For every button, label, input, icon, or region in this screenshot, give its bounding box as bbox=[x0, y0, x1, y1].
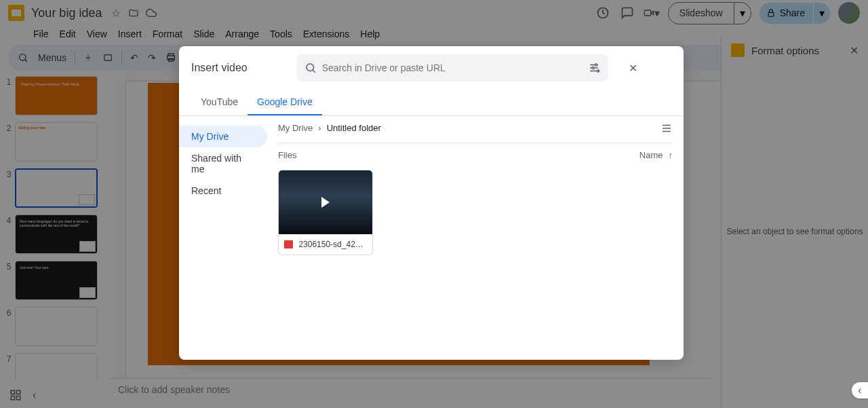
breadcrumb-root[interactable]: My Drive bbox=[278, 123, 313, 133]
search-icon bbox=[304, 62, 317, 74]
file-name: 2306150-sd_426_24... bbox=[298, 240, 367, 249]
svg-point-20 bbox=[592, 67, 594, 69]
sort-label: Name bbox=[639, 150, 663, 160]
list-view-icon[interactable] bbox=[660, 122, 673, 134]
modal-content: My Drive › Untitled folder Files Name ↑ … bbox=[267, 116, 684, 360]
file-thumbnail bbox=[279, 170, 372, 234]
file-grid: 2306150-sd_426_24... bbox=[278, 167, 673, 255]
modal-close-icon[interactable]: ✕ bbox=[625, 58, 642, 79]
chevron-right-icon: › bbox=[318, 123, 321, 133]
play-icon bbox=[321, 197, 330, 208]
sidebar-item-my-drive[interactable]: My Drive bbox=[179, 126, 267, 147]
breadcrumb: My Drive › Untitled folder bbox=[278, 116, 381, 140]
sidebar-item-recent[interactable]: Recent bbox=[179, 180, 267, 202]
svg-point-18 bbox=[307, 64, 314, 71]
svg-point-19 bbox=[595, 64, 597, 66]
sidebar-item-shared-with-me[interactable]: Shared with me bbox=[179, 147, 267, 180]
files-label: Files bbox=[278, 150, 296, 160]
search-options-icon[interactable] bbox=[588, 62, 600, 74]
search-input[interactable] bbox=[317, 57, 588, 79]
modal-sidebar: My DriveShared with meRecent bbox=[179, 116, 267, 360]
breadcrumb-current[interactable]: Untitled folder bbox=[327, 123, 381, 133]
file-card[interactable]: 2306150-sd_426_24... bbox=[278, 170, 373, 255]
tab-google-drive[interactable]: Google Drive bbox=[248, 90, 322, 115]
modal-tabs: YouTubeGoogle Drive bbox=[179, 90, 684, 116]
sort-control[interactable]: Name ↑ bbox=[639, 150, 673, 160]
sort-arrow-up-icon: ↑ bbox=[669, 150, 673, 160]
tab-youtube[interactable]: YouTube bbox=[191, 90, 248, 115]
modal-title: Insert video bbox=[191, 62, 248, 74]
video-file-icon bbox=[284, 240, 293, 248]
insert-video-modal: Insert video ✕ YouTubeGoogle Drive My Dr… bbox=[179, 46, 684, 360]
side-panel-toggle[interactable]: ‹ bbox=[852, 382, 868, 398]
search-box[interactable] bbox=[296, 54, 608, 81]
